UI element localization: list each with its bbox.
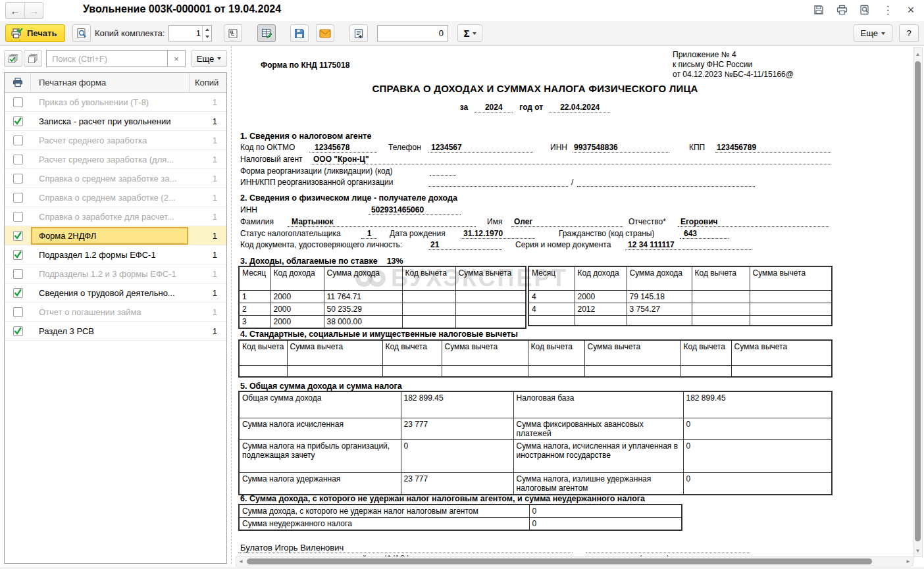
horizontal-scroll-thumb[interactable] (247, 558, 872, 564)
total-value: 182 899.45 (401, 391, 513, 418)
panel-splitter[interactable] (231, 46, 232, 564)
sidebar-more-button[interactable]: Еще (191, 50, 227, 67)
list-item[interactable]: Расчет среднего заработка (для...1 (5, 150, 226, 169)
toolbar-more-button[interactable]: Еще (854, 24, 892, 42)
phone-value: 1234567 (428, 143, 533, 153)
list-item[interactable]: Справка о заработке для расчет...1 (5, 207, 226, 226)
form-name: Отчет о погашении займа (31, 303, 190, 321)
deduction-cell (680, 365, 731, 377)
insert-document-button[interactable] (349, 24, 368, 42)
deduction-col-header: Код вычета (528, 340, 584, 365)
spin-up-icon[interactable] (203, 26, 211, 34)
total-label: Сумма налога исчисленная (239, 418, 401, 439)
document-subtitle: за 2024 год от 22.04.2024 (238, 103, 832, 112)
scroll-right-icon[interactable]: ► (904, 557, 913, 566)
forward-button[interactable]: → (24, 3, 43, 18)
print-icon[interactable] (835, 3, 848, 16)
total-label: Сумма налога удержанная (239, 472, 401, 495)
list-item[interactable]: Подраздел 1.2 формы ЕФС-11 (5, 245, 226, 264)
list-item[interactable]: Справка о среднем заработке за...1 (5, 169, 226, 188)
save-document-button[interactable] (290, 24, 309, 42)
row-checkbox[interactable] (13, 155, 23, 164)
income-table-right: МесяцКод доходаСумма доходаКод вычетаСум… (528, 266, 833, 326)
income-cell: 38 000.00 (324, 315, 402, 328)
email-button[interactable] (316, 24, 334, 42)
save-icon[interactable] (812, 3, 825, 16)
total-label: Сумма фиксированных авансовых платежей (513, 418, 683, 439)
list-item[interactable]: Форма 2НДФЛ1 (5, 226, 226, 245)
row-checkbox[interactable] (13, 307, 23, 317)
reorg-code-value (430, 166, 456, 176)
vertical-scrollbar[interactable]: ▲ ▼ (913, 47, 923, 557)
back-button[interactable]: ← (6, 3, 24, 18)
sum-field[interactable]: 0 (377, 25, 448, 41)
list-item[interactable]: Справка о среднем заработке (2...1 (5, 188, 226, 207)
row-checkbox[interactable] (13, 193, 23, 203)
form-name: Расчет среднего заработка (для... (31, 150, 190, 168)
scroll-down-icon[interactable]: ▼ (913, 546, 922, 555)
copies-count: 1 (190, 250, 226, 260)
list-item[interactable]: Расчет среднего заработка1 (5, 131, 226, 150)
total-value: 23 777 (401, 472, 513, 495)
status-label: Статус налогоплательщика (240, 229, 341, 238)
search-clear-icon[interactable]: × (168, 50, 186, 67)
row-checkbox[interactable] (13, 174, 23, 184)
income-cell (455, 315, 526, 328)
totals-table: Общая сумма дохода182 899.45Налоговая ба… (238, 391, 833, 495)
income-col-header: Сумма дохода (324, 266, 402, 290)
birthdate-value: 31.12.1970 (461, 229, 535, 239)
column-header-copies[interactable]: Копий (190, 78, 226, 87)
income-cell (692, 290, 750, 303)
row-checkbox[interactable] (13, 269, 23, 279)
document-structure-button[interactable] (224, 24, 242, 42)
section4-heading: 4. Стандартные, социальные и имущественн… (240, 330, 518, 339)
check-all-button[interactable] (4, 50, 22, 67)
preview-document-button[interactable] (72, 24, 91, 42)
copies-count: 1 (190, 174, 226, 184)
help-button[interactable]: ? (899, 24, 919, 42)
search-input[interactable]: Поиск (Ctrl+F) (46, 50, 168, 67)
list-item[interactable]: Сведения о трудовой деятельно...1 (5, 284, 226, 303)
form-name: Подраздел 1.2 формы ЕФС-1 (31, 245, 190, 264)
column-header-form[interactable]: Печатная форма (31, 73, 190, 92)
dropdown-caret-icon (881, 32, 885, 35)
deduction-col-header: Сумма вычета (287, 340, 382, 365)
print-button[interactable]: Печать (5, 24, 65, 42)
deduction-cell (584, 365, 680, 377)
year-value: 2024 (475, 103, 513, 112)
list-item[interactable]: Записка - расчет при увольнении1 (5, 112, 226, 131)
uncheck-all-button[interactable] (24, 50, 42, 67)
income-cell: 11 764.71 (324, 290, 402, 303)
print-forms-sidebar: Поиск (Ctrl+F) × Еще Печатная форма Копи… (4, 50, 228, 564)
row-checkbox[interactable] (13, 288, 23, 298)
spin-down-icon[interactable] (203, 34, 211, 41)
scroll-left-icon[interactable]: ◄ (236, 557, 245, 566)
close-icon[interactable]: × (904, 3, 917, 16)
signer-name: Булатов Игорь Виленович (240, 543, 344, 553)
row-checkbox[interactable] (13, 97, 23, 107)
form-name: Сведения о трудовой деятельно... (31, 284, 190, 302)
copies-value: 1 (196, 28, 201, 38)
row-checkbox[interactable] (13, 212, 23, 222)
selected-form-cell[interactable]: Форма 2НДФЛ (31, 227, 188, 245)
list-item[interactable]: Подразделы 1.2 и 3 формы ЕФС-11 (5, 264, 226, 284)
income-cell: 2000 (270, 303, 324, 315)
vertical-scroll-thumb[interactable] (915, 61, 921, 541)
row-checkbox[interactable] (13, 326, 23, 336)
edit-table-button[interactable] (257, 24, 276, 42)
list-item[interactable]: Приказ об увольнении (Т-8)1 (5, 93, 226, 112)
copies-stepper[interactable]: 1 (168, 25, 212, 41)
row-checkbox[interactable] (13, 116, 23, 126)
row-checkbox[interactable] (13, 250, 23, 260)
list-item[interactable]: Отчет о погашении займа1 (5, 303, 226, 322)
deduction-col-header: Код вычета (382, 340, 442, 365)
sum-button[interactable]: Σ (457, 24, 482, 42)
income-col-header: Код дохода (270, 266, 324, 290)
row-checkbox[interactable] (13, 136, 23, 145)
scroll-up-icon[interactable]: ▲ (913, 49, 922, 59)
horizontal-scrollbar[interactable]: ◄ ► (236, 557, 913, 566)
row-checkbox[interactable] (13, 231, 23, 241)
list-item[interactable]: Раздел 3 РСВ1 (5, 322, 226, 341)
kebab-menu-icon[interactable]: ⋮ (881, 3, 894, 16)
preview-icon[interactable] (858, 3, 871, 16)
